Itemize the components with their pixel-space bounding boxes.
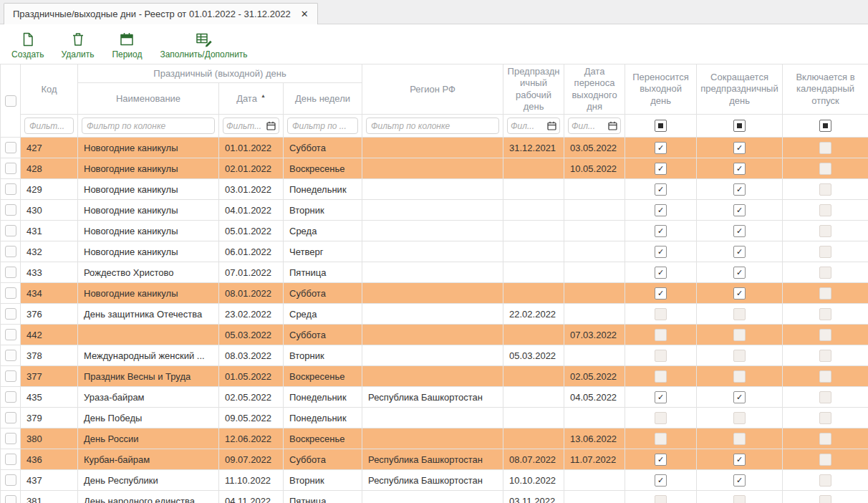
row-select-checkbox[interactable] (5, 225, 16, 236)
in-vacation-checkbox[interactable] (819, 267, 831, 279)
calendar-picker-icon[interactable] (547, 121, 556, 130)
filter-name-input[interactable] (82, 118, 215, 134)
col-header-preholiday-workday[interactable]: Предпраздничный рабочий день (503, 64, 564, 115)
row-select-checkbox[interactable] (5, 183, 16, 195)
in-vacation-checkbox[interactable] (819, 495, 831, 503)
row-select-checkbox[interactable] (5, 246, 16, 257)
filter-code-input[interactable] (24, 118, 74, 134)
is-shortened-checkbox[interactable] (733, 246, 746, 258)
table-row[interactable]: 380 День России 12.06.2022 Воскресенье 1… (1, 428, 868, 449)
calendar-picker-icon[interactable] (266, 121, 276, 130)
is-shortened-checkbox[interactable] (733, 163, 746, 175)
is-shortened-checkbox[interactable] (733, 495, 746, 503)
in-vacation-checkbox[interactable] (819, 412, 831, 424)
col-header-code[interactable]: Код (21, 64, 78, 115)
table-row[interactable]: 381 День народного единства 04.11.2022 П… (1, 491, 868, 503)
in-vacation-checkbox[interactable] (819, 287, 831, 300)
col-header-in-vacation[interactable]: Включается в календарный отпуск (783, 64, 868, 115)
table-row[interactable]: 436 Курбан-байрам 09.07.2022 Суббота Рес… (1, 449, 868, 470)
row-select-checkbox[interactable] (5, 412, 16, 423)
row-select-checkbox[interactable] (5, 267, 16, 278)
in-vacation-checkbox[interactable] (819, 163, 831, 175)
is-transferred-checkbox[interactable] (655, 204, 667, 216)
table-row[interactable]: 376 День защитника Отечества 23.02.2022 … (1, 304, 868, 325)
filter-in-vacation-checkbox[interactable] (819, 120, 831, 132)
in-vacation-checkbox[interactable] (819, 433, 831, 445)
tab-holidays-registry[interactable]: Праздничные/выходные дни - Реестр от 01.… (4, 3, 318, 24)
is-shortened-checkbox[interactable] (733, 183, 746, 196)
delete-button[interactable]: Удалить (62, 31, 95, 59)
is-transferred-checkbox[interactable] (655, 142, 667, 154)
col-header-is-shortened[interactable]: Сокращается предпраздничный день (697, 64, 783, 115)
table-row[interactable]: 432 Новогодние каникулы 06.01.2022 Четве… (1, 241, 868, 262)
fill-append-button[interactable]: Заполнить/Дополнить (160, 31, 247, 59)
is-shortened-checkbox[interactable] (733, 433, 746, 445)
table-row[interactable]: 379 День Победы 09.05.2022 Понедельник (1, 408, 868, 428)
is-shortened-checkbox[interactable] (733, 308, 746, 320)
filter-transfer-date-input[interactable] (570, 121, 608, 131)
table-row[interactable]: 378 Международный женский ... 08.03.2022… (1, 345, 868, 366)
is-transferred-checkbox[interactable] (655, 183, 667, 196)
row-select-checkbox[interactable] (5, 204, 16, 216)
table-row[interactable]: 434 Новогодние каникулы 08.01.2022 Суббо… (1, 283, 868, 304)
is-transferred-checkbox[interactable] (655, 412, 667, 424)
is-shortened-checkbox[interactable] (733, 329, 746, 341)
is-transferred-checkbox[interactable] (655, 454, 667, 466)
in-vacation-checkbox[interactable] (819, 454, 831, 466)
is-transferred-checkbox[interactable] (655, 163, 667, 175)
filter-weekday-input[interactable] (287, 118, 358, 134)
in-vacation-checkbox[interactable] (819, 142, 831, 154)
filter-preholiday-input[interactable] (509, 121, 547, 131)
period-button[interactable]: Период (111, 31, 143, 59)
row-select-checkbox[interactable] (5, 308, 16, 320)
is-shortened-checkbox[interactable] (733, 412, 746, 424)
row-select-checkbox[interactable] (5, 350, 16, 361)
is-transferred-checkbox[interactable] (655, 267, 667, 279)
is-shortened-checkbox[interactable] (733, 474, 746, 487)
is-shortened-checkbox[interactable] (733, 287, 746, 300)
is-shortened-checkbox[interactable] (733, 350, 746, 362)
is-transferred-checkbox[interactable] (655, 391, 667, 403)
row-select-checkbox[interactable] (5, 454, 16, 465)
col-header-date[interactable]: Дата▲ (219, 83, 284, 115)
row-select-checkbox[interactable] (5, 142, 16, 153)
is-transferred-checkbox[interactable] (655, 329, 667, 341)
is-shortened-checkbox[interactable] (733, 391, 746, 403)
table-row[interactable]: 431 Новогодние каникулы 05.01.2022 Среда (1, 221, 868, 241)
select-all-checkbox[interactable] (5, 95, 16, 107)
filter-is-shortened-checkbox[interactable] (733, 120, 746, 132)
create-button[interactable]: Создать (11, 31, 44, 59)
is-shortened-checkbox[interactable] (733, 225, 746, 237)
table-row[interactable]: 430 Новогодние каникулы 04.01.2022 Вторн… (1, 200, 868, 221)
row-select-checkbox[interactable] (5, 433, 16, 444)
col-header-weekday[interactable]: День недели (284, 83, 362, 115)
col-header-is-transferred[interactable]: Переносится выходной день (625, 64, 697, 115)
in-vacation-checkbox[interactable] (819, 474, 831, 487)
col-header-name[interactable]: Наименование (78, 83, 219, 115)
is-shortened-checkbox[interactable] (733, 267, 746, 279)
in-vacation-checkbox[interactable] (819, 391, 831, 403)
calendar-picker-icon[interactable] (608, 121, 617, 130)
in-vacation-checkbox[interactable] (819, 183, 831, 196)
is-transferred-checkbox[interactable] (655, 474, 667, 487)
in-vacation-checkbox[interactable] (819, 370, 831, 383)
is-shortened-checkbox[interactable] (733, 142, 746, 154)
is-transferred-checkbox[interactable] (655, 225, 667, 237)
is-shortened-checkbox[interactable] (733, 454, 746, 466)
in-vacation-checkbox[interactable] (819, 225, 831, 237)
is-transferred-checkbox[interactable] (655, 308, 667, 320)
is-transferred-checkbox[interactable] (655, 495, 667, 503)
filter-region-input[interactable] (366, 118, 499, 134)
col-header-region[interactable]: Регион РФ (362, 64, 503, 115)
is-shortened-checkbox[interactable] (733, 370, 746, 383)
is-transferred-checkbox[interactable] (655, 350, 667, 362)
table-row[interactable]: 429 Новогодние каникулы 03.01.2022 Понед… (1, 179, 868, 200)
in-vacation-checkbox[interactable] (819, 308, 831, 320)
table-row[interactable]: 437 День Республики 11.10.2022 Вторник Р… (1, 470, 868, 491)
row-select-checkbox[interactable] (5, 329, 16, 340)
is-transferred-checkbox[interactable] (655, 370, 667, 383)
is-transferred-checkbox[interactable] (655, 246, 667, 258)
in-vacation-checkbox[interactable] (819, 350, 831, 362)
row-select-checkbox[interactable] (5, 370, 16, 382)
table-row[interactable]: 377 Праздник Весны и Труда 01.05.2022 Во… (1, 366, 868, 387)
